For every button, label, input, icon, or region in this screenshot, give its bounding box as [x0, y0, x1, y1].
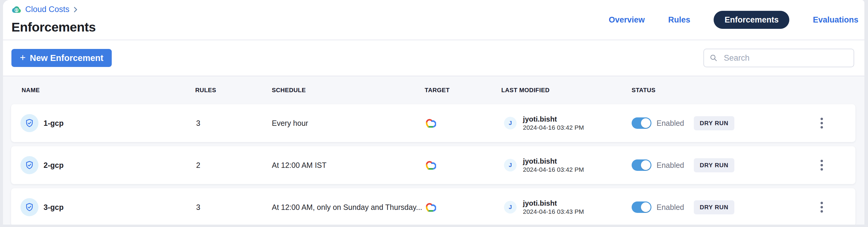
modified-by: jyoti.bisht: [523, 199, 584, 207]
column-header-last-modified: LAST MODIFIED: [501, 87, 632, 94]
new-enforcement-button[interactable]: + New Enforcement: [11, 49, 112, 67]
modified-at: 2024-04-16 03:43 PM: [523, 207, 584, 216]
column-header-status: STATUS: [632, 87, 788, 94]
enforcement-name[interactable]: 2-gcp: [43, 161, 64, 170]
tab-evaluations[interactable]: Evaluations: [813, 15, 858, 25]
toolbar: + New Enforcement: [3, 40, 864, 76]
main-panel: $ Cloud Costs Enforcements Overview Rule…: [3, 0, 864, 225]
breadcrumb: $ Cloud Costs: [11, 5, 78, 14]
status-label: Enabled: [656, 203, 684, 212]
modified-at: 2024-04-16 03:42 PM: [523, 123, 584, 131]
schedule-text: Every hour: [272, 119, 422, 128]
search-box: [704, 48, 854, 67]
table-row[interactable]: 3-gcp 3 At 12:00 AM, only on Sunday and …: [11, 188, 856, 225]
column-header-name: NAME: [11, 87, 195, 94]
plus-icon: +: [20, 53, 26, 62]
gcp-icon: [425, 203, 436, 212]
gcp-icon: [425, 119, 436, 128]
enforcements-table: NAME RULES SCHEDULE TARGET LAST MODIFIED…: [3, 76, 864, 225]
enforcement-name[interactable]: 1-gcp: [43, 119, 64, 128]
top-nav: Overview Rules Enforcements Evaluations: [609, 0, 858, 40]
dry-run-badge: DRY RUN: [694, 200, 735, 215]
rules-count: 2: [195, 161, 272, 170]
dry-run-badge: DRY RUN: [694, 116, 735, 130]
shield-check-icon: [21, 114, 38, 132]
modified-at: 2024-04-16 03:42 PM: [523, 165, 584, 173]
table-header-row: NAME RULES SCHEDULE TARGET LAST MODIFIED…: [11, 76, 856, 104]
toggle-knob: [641, 118, 651, 128]
new-enforcement-label: New Enforcement: [30, 53, 103, 63]
modified-by: jyoti.bisht: [523, 157, 584, 165]
breadcrumb-cloud-costs-link[interactable]: Cloud Costs: [25, 5, 69, 14]
row-menu-kebab-icon[interactable]: [817, 157, 826, 173]
toggle-knob: [641, 160, 651, 170]
page-title: Enforcements: [11, 20, 96, 35]
avatar: J: [504, 201, 517, 214]
enabled-toggle[interactable]: [632, 118, 651, 129]
modified-by: jyoti.bisht: [523, 115, 584, 123]
avatar: J: [504, 117, 517, 129]
svg-text:$: $: [16, 8, 18, 12]
search-input[interactable]: [704, 48, 854, 67]
page-header: $ Cloud Costs Enforcements Overview Rule…: [3, 0, 864, 40]
rules-count: 3: [195, 203, 272, 212]
tab-enforcements-active[interactable]: Enforcements: [714, 11, 789, 29]
shield-check-icon: [21, 198, 38, 216]
shield-check-icon: [21, 156, 38, 174]
enabled-toggle[interactable]: [632, 201, 651, 213]
tab-rules[interactable]: Rules: [668, 15, 690, 25]
column-header-target: TARGET: [425, 87, 501, 94]
status-label: Enabled: [656, 161, 684, 170]
enabled-toggle[interactable]: [632, 159, 651, 171]
search-icon: [709, 54, 718, 62]
row-menu-kebab-icon[interactable]: [817, 115, 826, 131]
rules-count: 3: [195, 119, 272, 128]
row-menu-kebab-icon[interactable]: [817, 199, 826, 216]
tab-overview[interactable]: Overview: [609, 15, 645, 25]
dry-run-badge: DRY RUN: [694, 158, 735, 172]
cloud-costs-icon: $: [11, 5, 22, 14]
enforcement-name[interactable]: 3-gcp: [43, 203, 64, 212]
chevron-right-icon: [73, 7, 78, 12]
toggle-knob: [641, 202, 651, 212]
table-row[interactable]: 1-gcp 3 Every hour J jyoti.bisht 2024-04…: [11, 104, 856, 142]
status-label: Enabled: [656, 119, 684, 128]
schedule-text: At 12:00 AM IST: [272, 161, 422, 170]
gcp-icon: [425, 161, 436, 170]
avatar: J: [504, 159, 517, 171]
table-row[interactable]: 2-gcp 2 At 12:00 AM IST J jyoti.bisht 20…: [11, 146, 856, 184]
column-header-schedule: SCHEDULE: [272, 87, 425, 94]
schedule-text: At 12:00 AM, only on Sunday and Thursday…: [272, 203, 422, 212]
column-header-rules: RULES: [195, 87, 272, 94]
